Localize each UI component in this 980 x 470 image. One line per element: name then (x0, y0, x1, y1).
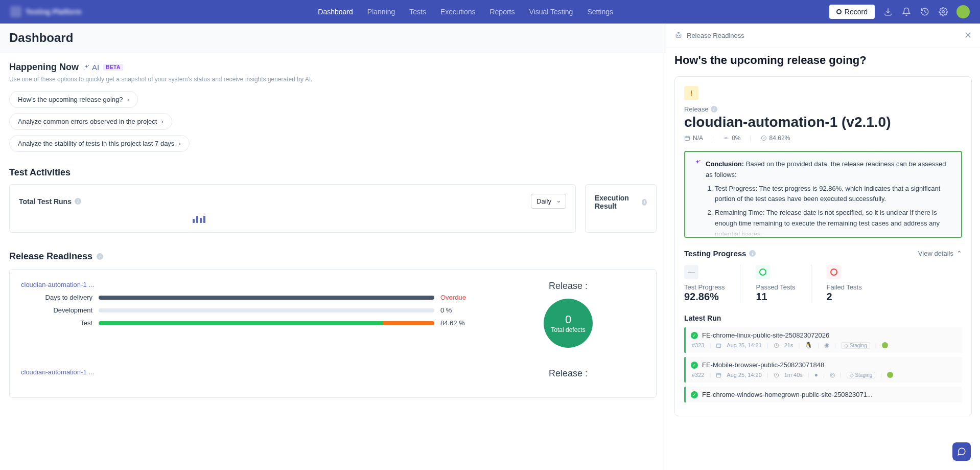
help-fab[interactable] (952, 442, 971, 461)
metric-bar (99, 296, 434, 300)
run-name: FE-chrome-windows-homegrown-public-site-… (702, 391, 873, 398)
nav-dashboard[interactable]: Dashboard (318, 8, 353, 16)
ai-chip: AI (83, 63, 99, 72)
check-circle-icon (761, 135, 767, 141)
run-row[interactable]: ✓FE-chrome-windows-homegrown-public-site… (684, 387, 962, 402)
test-activities-title: Test Activities (9, 167, 657, 178)
record-icon (836, 9, 842, 14)
prompt-analyze-errors[interactable]: Analyze common errors observed in the pr… (9, 113, 172, 130)
run-duration: 21s (784, 342, 794, 348)
sparkle-icon (83, 64, 90, 71)
metric-row: Days to delivery Overdue (21, 294, 471, 301)
total-runs-label: Total Test Runsi (19, 197, 81, 206)
conclusion-box: Conclusion: Based on the provided data, … (684, 151, 962, 238)
defects-donut: 0 Total defects (544, 299, 593, 348)
run-id: #323 (692, 342, 704, 348)
metric-bar (99, 308, 434, 312)
clock-icon (774, 343, 779, 348)
svg-point-10 (760, 269, 766, 275)
download-icon[interactable] (883, 7, 893, 17)
status-dot-icon (882, 342, 888, 348)
release-label: Release : (492, 281, 645, 292)
close-icon[interactable]: ✕ (964, 30, 972, 41)
happening-subtitle: Use one of these options to quickly get … (9, 76, 657, 83)
chevron-right-icon: › (127, 96, 129, 103)
circle-fail-icon (827, 265, 841, 279)
conclusion-point: Remaining Time: The release date is not … (715, 208, 953, 238)
run-row[interactable]: ✓FE-Mobile-browser-public-250823071848 #… (684, 357, 962, 383)
minus-icon: — (684, 265, 698, 279)
nav-planning[interactable]: Planning (367, 8, 395, 16)
release-label-2: Release : (492, 368, 645, 379)
linux-icon: 🐧 (805, 342, 812, 349)
release-link[interactable]: cloudian-automation-1 ... (21, 281, 471, 288)
nav-settings[interactable]: Settings (587, 8, 613, 16)
info-icon[interactable]: i (642, 199, 647, 206)
svg-point-9 (699, 160, 701, 161)
release-readiness-panel: Release Readiness ✕ How's the upcoming r… (666, 24, 980, 470)
run-name: FE-Mobile-browser-public-250823071848 (702, 361, 824, 369)
metric-label: Development (21, 306, 92, 314)
metric-row: Development 0 % (21, 306, 471, 314)
run-time: Aug 25, 14:21 (727, 342, 762, 348)
run-time: Aug 25, 14:20 (727, 372, 762, 378)
info-icon[interactable]: i (97, 253, 103, 260)
chevron-right-icon: › (178, 140, 180, 147)
record-button[interactable]: Record (829, 5, 875, 19)
stat-passed: Passed Tests 11 (756, 265, 811, 303)
run-name: FE-chrome-linux-public-site-250823072026 (702, 331, 829, 339)
release-readiness-title: Release Readiness i (9, 251, 657, 262)
sparkle-icon (693, 159, 702, 167)
release-test-pct: 84.62% (761, 135, 790, 142)
nav-executions[interactable]: Executions (440, 8, 475, 16)
svg-point-8 (761, 136, 766, 141)
nav-visual-testing[interactable]: Visual Testing (529, 8, 573, 16)
stat-test-progress: — Test Progress 92.86% (684, 265, 740, 303)
info-icon[interactable]: i (711, 106, 717, 113)
nav-links: Dashboard Planning Tests Executions Repo… (102, 8, 829, 16)
period-select[interactable]: Daily (531, 194, 566, 209)
calendar-icon (716, 372, 721, 378)
avatar[interactable] (956, 5, 970, 18)
info-icon[interactable]: i (749, 250, 756, 257)
happening-now-title: Happening Now AI BETA (9, 62, 657, 73)
prompt-test-stability[interactable]: Analyze the stability of tests in this p… (9, 135, 190, 152)
total-test-runs-card: Total Test Runsi Daily (9, 184, 576, 233)
run-duration: 1m 40s (784, 372, 803, 378)
svg-point-5 (679, 35, 680, 36)
metric-row: Test 84.62 % (21, 319, 471, 327)
release-dev-pct: 0% (723, 135, 740, 142)
svg-rect-12 (717, 344, 721, 347)
run-row[interactable]: ✓FE-chrome-linux-public-site-25082307202… (684, 327, 962, 353)
page-title: Dashboard (9, 31, 657, 45)
svg-point-4 (677, 35, 678, 36)
exec-result-label: Execution Resulti (595, 194, 647, 210)
chevron-up-icon: ⌃ (956, 250, 962, 257)
metric-label: Test (21, 319, 92, 327)
svg-point-0 (942, 11, 945, 13)
nav-reports[interactable]: Reports (489, 8, 515, 16)
gear-icon[interactable] (938, 7, 948, 17)
execution-result-card: Execution Resulti (585, 184, 657, 233)
check-icon: ✓ (691, 391, 698, 398)
nav-tests[interactable]: Tests (409, 8, 426, 16)
release-section-label: Release i (684, 105, 962, 113)
svg-point-7 (726, 138, 727, 139)
bell-icon[interactable] (901, 7, 912, 17)
release-readiness-card: cloudian-automation-1 ... Days to delive… (9, 269, 657, 398)
view-details-link[interactable]: View details⌃ (918, 250, 962, 257)
testing-progress-title: Testing Progressi (684, 249, 756, 258)
svg-point-11 (831, 269, 837, 275)
env-badge: ◇ Staging (841, 342, 870, 349)
warning-icon: ! (684, 86, 698, 100)
nav-right: Record (829, 5, 970, 19)
history-icon[interactable] (920, 7, 930, 17)
release-link-2[interactable]: cloudian-automation-1 ... (21, 368, 471, 376)
info-icon[interactable]: i (75, 198, 81, 205)
logo[interactable]: Testing Platform (10, 6, 81, 17)
check-icon: ✓ (691, 362, 698, 369)
clock-icon (774, 372, 779, 378)
chrome-icon: ◉ (824, 342, 829, 349)
prompt-release-going[interactable]: How's the upcoming release going?› (9, 91, 138, 108)
calendar-icon (684, 135, 690, 141)
